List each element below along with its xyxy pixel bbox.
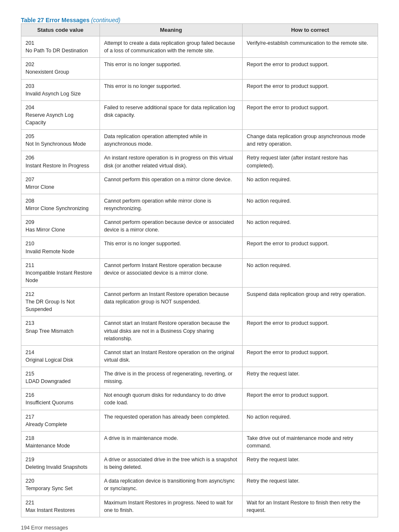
col-header-meaning: Meaning xyxy=(100,24,242,36)
status-code-cell: 203Invalid Asynch Log Size xyxy=(21,79,100,100)
error-messages-table: Status code value Meaning How to correct… xyxy=(21,23,378,517)
table-title: Table 27 Error Messages (continued) xyxy=(21,17,378,23)
meaning-cell: This error is no longer supported. xyxy=(100,79,242,100)
status-code-cell: 214Original Logical Disk xyxy=(21,345,100,367)
status-code-cell: 219Deleting Invalid Snapshots xyxy=(21,453,100,474)
correction-cell: Report the error to product support. xyxy=(242,58,378,79)
correction-cell: Verify/re-establish communication to the… xyxy=(242,36,378,58)
meaning-cell: A drive is in maintenance mode. xyxy=(100,431,242,452)
meaning-cell: An instant restore operation is in progr… xyxy=(100,151,242,172)
meaning-cell: The requested operation has already been… xyxy=(100,410,242,431)
status-code-cell: 218Maintenance Mode xyxy=(21,431,100,452)
correction-cell: Wait for an Instant Restore to finish th… xyxy=(242,496,378,517)
table-row: 220Temporary Sync SetA data replication … xyxy=(21,474,378,496)
correction-cell: Report the error to product support. xyxy=(242,100,378,129)
table-row: 215LDAD DowngradedThe drive is in the pr… xyxy=(21,367,378,388)
col-header-correction: How to correct xyxy=(242,24,378,36)
meaning-cell: A drive or associated drive in the tree … xyxy=(100,453,242,474)
status-code-cell: 209Has Mirror Clone xyxy=(21,216,100,237)
meaning-cell: Cannot perform Instant Restore operation… xyxy=(100,258,242,287)
meaning-cell: A data replication device is transitioni… xyxy=(100,474,242,496)
table-row: 201No Path To DR DestinationAttempt to c… xyxy=(21,36,378,58)
status-code-cell: 210Invalid Remote Node xyxy=(21,237,100,258)
status-code-cell: 215LDAD Downgraded xyxy=(21,367,100,388)
status-code-cell: 212The DR Group Is Not Suspended xyxy=(21,288,100,316)
table-row: 216Insufficient QuorumsNot enough quorum… xyxy=(21,388,378,410)
table-title-text: Table 27 Error Messages xyxy=(21,17,91,23)
meaning-cell: Cannot perform operation because device … xyxy=(100,216,242,237)
correction-cell: Report the error to product support. xyxy=(242,237,378,258)
meaning-cell: Failed to reserve additional space for d… xyxy=(100,100,242,129)
correction-cell: Retry the request later. xyxy=(242,453,378,474)
meaning-cell: Cannot perform operation while mirror cl… xyxy=(100,194,242,215)
correction-cell: Retry the request later. xyxy=(242,474,378,496)
table-row: 218Maintenance ModeA drive is in mainten… xyxy=(21,431,378,452)
table-row: 206Instant Restore In ProgressAn instant… xyxy=(21,151,378,172)
table-row: 208Mirror Clone SynchronizingCannot perf… xyxy=(21,194,378,215)
table-row: 214Original Logical DiskCannot start an … xyxy=(21,345,378,367)
correction-cell: Suspend data replication group and retry… xyxy=(242,288,378,316)
table-row: 203Invalid Asynch Log SizeThis error is … xyxy=(21,79,378,100)
status-code-cell: 211Incompatible Instant Restore Node xyxy=(21,258,100,287)
table-row: 212The DR Group Is Not SuspendedCannot p… xyxy=(21,288,378,316)
meaning-cell: This error is no longer supported. xyxy=(100,237,242,258)
meaning-cell: Cannot perform this operation on a mirro… xyxy=(100,172,242,194)
correction-cell: Report the error to product support. xyxy=(242,316,378,345)
correction-cell: Retry request later (after instant resto… xyxy=(242,151,378,172)
table-continued: (continued) xyxy=(91,17,120,23)
correction-cell: Retry the request later. xyxy=(242,367,378,388)
meaning-cell: Cannot start an Instant Restore operatio… xyxy=(100,345,242,367)
col-header-status: Status code value xyxy=(21,24,100,36)
correction-cell: No action required. xyxy=(242,172,378,194)
table-row: 204Reserve Asynch Log CapacityFailed to … xyxy=(21,100,378,129)
table-header-row: Status code value Meaning How to correct xyxy=(21,24,378,36)
table-row: 210Invalid Remote NodeThis error is no l… xyxy=(21,237,378,258)
correction-cell: No action required. xyxy=(242,194,378,215)
status-code-cell: 206Instant Restore In Progress xyxy=(21,151,100,172)
table-row: 207Mirror CloneCannot perform this opera… xyxy=(21,172,378,194)
correction-cell: Change data replication group asynchrono… xyxy=(242,130,378,151)
correction-cell: No action required. xyxy=(242,216,378,237)
table-row: 213Snap Tree MismatchCannot start an Ins… xyxy=(21,316,378,345)
status-code-cell: 217Already Complete xyxy=(21,410,100,431)
table-row: 209Has Mirror CloneCannot perform operat… xyxy=(21,216,378,237)
status-code-cell: 205Not In Synchronous Mode xyxy=(21,130,100,151)
status-code-cell: 220Temporary Sync Set xyxy=(21,474,100,496)
table-row: 205Not In Synchronous ModeData replicati… xyxy=(21,130,378,151)
page-footer: 194 Error messages xyxy=(21,525,378,531)
status-code-cell: 207Mirror Clone xyxy=(21,172,100,194)
correction-cell: Take drive out of maintenance mode and r… xyxy=(242,431,378,452)
meaning-cell: The drive is in the process of regenerat… xyxy=(100,367,242,388)
correction-cell: No action required. xyxy=(242,258,378,287)
status-code-cell: 201No Path To DR Destination xyxy=(21,36,100,58)
correction-cell: Report the error to product support. xyxy=(242,388,378,410)
status-code-cell: 221Max Instant Restores xyxy=(21,496,100,517)
status-code-cell: 202Nonexistent Group xyxy=(21,58,100,79)
meaning-cell: Cannot start an Instant Restore operatio… xyxy=(100,316,242,345)
table-row: 221Max Instant RestoresMaximum Instant R… xyxy=(21,496,378,517)
meaning-cell: This error is no longer supported. xyxy=(100,58,242,79)
meaning-cell: Cannot perform an Instant Restore operat… xyxy=(100,288,242,316)
table-row: 217Already CompleteThe requested operati… xyxy=(21,410,378,431)
meaning-cell: Attempt to create a data replication gro… xyxy=(100,36,242,58)
meaning-cell: Maximum Instant Restores in progress. Ne… xyxy=(100,496,242,517)
table-row: 219Deleting Invalid SnapshotsA drive or … xyxy=(21,453,378,474)
meaning-cell: Not enough quorum disks for redundancy t… xyxy=(100,388,242,410)
correction-cell: No action required. xyxy=(242,410,378,431)
correction-cell: Report the error to product support. xyxy=(242,345,378,367)
status-code-cell: 204Reserve Asynch Log Capacity xyxy=(21,100,100,129)
status-code-cell: 216Insufficient Quorums xyxy=(21,388,100,410)
status-code-cell: 208Mirror Clone Synchronizing xyxy=(21,194,100,215)
correction-cell: Report the error to product support. xyxy=(242,79,378,100)
status-code-cell: 213Snap Tree Mismatch xyxy=(21,316,100,345)
meaning-cell: Data replication operation attempted whi… xyxy=(100,130,242,151)
table-row: 211Incompatible Instant Restore NodeCann… xyxy=(21,258,378,287)
table-row: 202Nonexistent GroupThis error is no lon… xyxy=(21,58,378,79)
